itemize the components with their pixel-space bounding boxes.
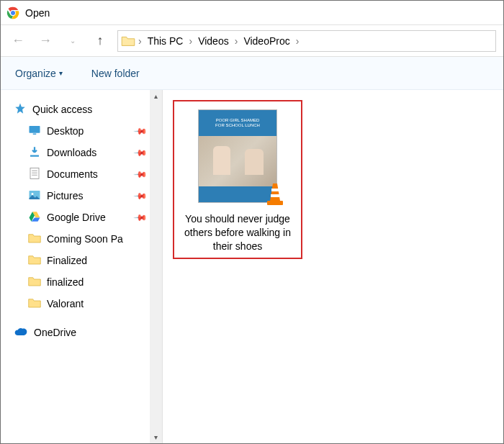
onedrive-icon [14,327,28,339]
sidebar-item-label: Coming Soon Pa [47,233,123,245]
breadcrumb-segment[interactable]: VideoProc [239,35,294,47]
open-dialog-window: Open ← → ⌄ ↑ › This PC › Videos › VideoP… [0,0,504,444]
file-name: You should never judge others before wal… [179,212,297,253]
forward-button[interactable]: → [35,31,55,51]
nav-bar: ← → ⌄ ↑ › This PC › Videos › VideoProc › [1,25,503,57]
svg-rect-13 [267,201,283,205]
sidebar-item-label: Downloads [47,147,96,158]
folder-icon [28,296,41,312]
sidebar-item-label: Documents [47,168,98,180]
sidebar-item-label: Valorant [47,298,84,309]
downloads-icon [28,145,41,160]
quick-access-label: Quick access [32,104,92,115]
file-pane[interactable]: POOR GIRL SHAMED FOR SCHOOL LUNCH You sh… [163,90,503,443]
svg-point-2 [11,11,15,15]
sidebar-item-desktop[interactable]: Desktop 📌 [6,120,150,142]
desktop-icon [28,124,41,139]
vlc-icon [264,182,286,207]
sidebar-item-downloads[interactable]: Downloads 📌 [6,142,150,163]
sidebar-item-label: OneDrive [34,327,76,338]
documents-icon [28,167,41,182]
window-title: Open [25,7,50,19]
folder-icon [28,275,41,290]
sidebar-item-folder[interactable]: Valorant [6,293,150,314]
scroll-track[interactable] [150,102,162,431]
sidebar-item-label: Desktop [47,125,84,137]
sidebar-item-label: Finalized [47,255,87,266]
svg-rect-3 [30,126,40,133]
file-item-selected[interactable]: POOR GIRL SHAMED FOR SCHOOL LUNCH You sh… [173,100,302,259]
thumb-banner: POOR GIRL SHAMED FOR SCHOOL LUNCH [199,110,276,136]
up-button[interactable]: ↑ [90,31,110,51]
chrome-icon [6,6,19,19]
pin-icon: 📌 [133,189,148,204]
sidebar-item-label: Pictures [47,190,84,201]
pin-icon: 📌 [133,210,148,225]
thumb-banner-line1: POOR GIRL SHAMED [216,118,259,123]
chevron-right-icon: › [187,35,194,47]
sidebar-item-label: Google Drive [47,212,106,223]
pictures-icon [28,189,41,204]
new-folder-label: New folder [91,68,140,79]
sidebar-item-google-drive[interactable]: Google Drive 📌 [6,207,150,228]
folder-icon [28,253,41,268]
sidebar-item-documents[interactable]: Documents 📌 [6,163,150,185]
toolbar: Organize ▾ New folder [1,57,503,90]
breadcrumb-segment[interactable]: This PC [143,35,188,47]
pin-icon: 📌 [133,167,148,182]
organize-button[interactable]: Organize ▾ [15,68,63,79]
sidebar: Quick access Desktop 📌 Downloads 📌 Docum… [1,90,163,443]
scroll-down-icon[interactable]: ▾ [150,431,162,443]
sidebar-scrollbar[interactable]: ▴ ▾ [150,90,162,443]
sidebar-item-label: finalized [47,276,84,288]
pin-icon: 📌 [133,124,148,139]
new-folder-button[interactable]: New folder [91,68,140,79]
pin-icon: 📌 [133,145,148,160]
thumb-photo [199,136,276,186]
sidebar-item-folder[interactable]: Coming Soon Pa [6,228,150,250]
sidebar-item-onedrive[interactable]: OneDrive [6,322,150,343]
organize-label: Organize [15,68,56,79]
chevron-right-icon: › [294,35,301,47]
titlebar: Open [1,1,503,25]
star-icon [14,102,27,117]
google-drive-icon [28,210,41,225]
chevron-right-icon: › [137,35,143,47]
chevron-right-icon: › [233,35,240,47]
svg-rect-4 [33,133,37,135]
content-area: Quick access Desktop 📌 Downloads 📌 Docum… [1,90,503,443]
folder-icon [28,232,41,247]
svg-rect-5 [30,168,39,178]
sidebar-item-pictures[interactable]: Pictures 📌 [6,185,150,207]
svg-rect-12 [271,194,279,197]
folder-icon [121,35,135,47]
sidebar-item-folder[interactable]: finalized [6,271,150,293]
breadcrumb[interactable]: › This PC › Videos › VideoProc › [117,30,496,52]
breadcrumb-segment[interactable]: Videos [194,35,233,47]
back-button[interactable]: ← [8,31,28,51]
nav-tree: Quick access Desktop 📌 Downloads 📌 Docum… [1,90,150,352]
quick-access[interactable]: Quick access [6,99,150,120]
svg-rect-11 [271,189,279,191]
chevron-down-icon: ▾ [59,69,63,77]
sidebar-item-folder[interactable]: Finalized [6,250,150,271]
scroll-up-icon[interactable]: ▴ [150,90,162,102]
svg-point-10 [32,193,34,195]
file-thumbnail: POOR GIRL SHAMED FOR SCHOOL LUNCH [184,106,292,207]
thumb-banner-line2: FOR SCHOOL LUNCH [215,123,260,128]
recent-dropdown[interactable]: ⌄ [63,31,83,51]
